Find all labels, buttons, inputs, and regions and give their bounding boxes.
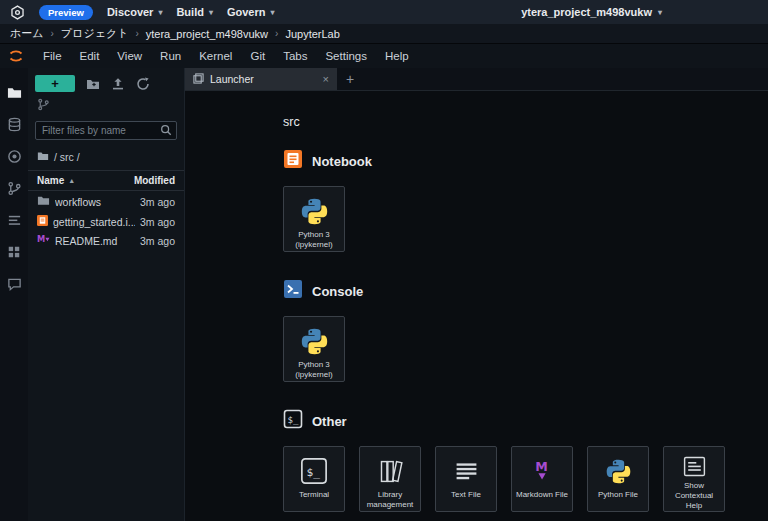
menu-view[interactable]: View — [108, 50, 151, 62]
menu-kernel[interactable]: Kernel — [190, 50, 241, 62]
file-row-readme[interactable]: M README.md 3m ago — [28, 231, 184, 250]
breadcrumb-project-name[interactable]: ytera_project_m498vukw — [146, 28, 268, 40]
tab-bar: Launcher × + — [185, 68, 768, 91]
breadcrumb-separator: › — [275, 28, 278, 39]
git-branch-icon[interactable] — [37, 98, 50, 113]
jupyter-menubar: File Edit View Run Kernel Git Tabs Setti… — [0, 44, 768, 68]
menu-file[interactable]: File — [34, 50, 71, 62]
app-window: Preview Discover ▾ Build ▾ Govern ▾ yter… — [0, 0, 768, 521]
extensions-icon[interactable] — [0, 236, 28, 268]
section-title: Notebook — [312, 154, 372, 169]
running-kernels-icon[interactable] — [0, 140, 28, 172]
home-folder-icon — [37, 150, 49, 164]
breadcrumb-separator: › — [135, 28, 138, 39]
section-title: Other — [312, 414, 347, 429]
console-section-icon — [283, 279, 303, 303]
launcher-card-text-file[interactable]: Text File — [435, 446, 497, 512]
close-icon[interactable]: × — [323, 73, 329, 85]
new-folder-icon[interactable] — [86, 77, 100, 91]
notebook-file-icon — [37, 215, 48, 228]
file-browser-panel: + — [28, 68, 185, 521]
chevron-down-icon: ▾ — [658, 8, 662, 17]
breadcrumb-projects[interactable]: プロジェクト — [61, 26, 129, 41]
chevron-down-icon: ▾ — [209, 8, 213, 17]
python-logo-icon — [300, 193, 329, 229]
markdown-file-icon: M — [37, 234, 50, 247]
preview-badge[interactable]: Preview — [39, 5, 93, 20]
text-file-icon — [453, 453, 480, 489]
svg-text:M: M — [535, 458, 548, 473]
notebook-section-icon — [283, 149, 303, 173]
jupyter-logo-icon — [8, 48, 24, 64]
launcher-tab-icon — [193, 73, 204, 86]
launcher-section-console: Console Python 3 (ipykernel) — [283, 279, 768, 382]
library-icon — [377, 453, 404, 489]
launcher-card-contextual-help[interactable]: Show Contextual Help — [663, 446, 725, 512]
project-selector[interactable]: ytera_project_m498vukw ▾ — [521, 6, 662, 18]
file-row-workflows[interactable]: workflows 3m ago — [28, 191, 184, 212]
chevron-down-icon: ▾ — [270, 8, 274, 17]
menu-help[interactable]: Help — [376, 50, 418, 62]
file-browser-icon[interactable] — [0, 76, 28, 108]
section-title: Console — [312, 284, 363, 299]
new-tab-button[interactable]: + — [337, 68, 363, 90]
folder-icon — [37, 194, 50, 209]
new-launcher-button[interactable]: + — [35, 75, 75, 92]
comments-icon[interactable] — [0, 268, 28, 300]
menu-discover[interactable]: Discover ▾ — [107, 6, 163, 18]
column-modified-header[interactable]: Modified — [134, 175, 175, 186]
terminal-icon: $_ — [300, 453, 328, 489]
upload-icon[interactable] — [111, 77, 125, 91]
refresh-icon[interactable] — [136, 77, 150, 91]
terminal-section-icon: $_ — [283, 409, 303, 433]
launcher-section-notebook: Notebook Python 3 (ipykernel) — [283, 149, 768, 252]
launcher-card-library-management[interactable]: Library management — [359, 446, 421, 512]
launcher-current-directory: src — [283, 115, 768, 129]
launcher-card-notebook-python3[interactable]: Python 3 (ipykernel) — [283, 186, 345, 252]
sort-ascending-icon: ▲ — [68, 177, 75, 184]
launcher-card-console-python3[interactable]: Python 3 (ipykernel) — [283, 316, 345, 382]
git-status-row — [28, 95, 184, 119]
svg-text:$_: $_ — [288, 415, 299, 425]
breadcrumb: ホーム › プロジェクト › ytera_project_m498vukw › … — [0, 24, 768, 44]
launcher-card-terminal[interactable]: $_ Terminal — [283, 446, 345, 512]
git-icon[interactable] — [0, 172, 28, 204]
chevron-down-icon: ▾ — [158, 8, 162, 17]
breadcrumb-jupyterlab: JupyterLab — [285, 28, 339, 40]
menu-build[interactable]: Build ▾ — [176, 6, 213, 18]
svg-text:$_: $_ — [307, 466, 321, 479]
python-logo-icon — [605, 453, 632, 489]
markdown-icon: M — [529, 453, 556, 489]
contextual-help-icon — [681, 453, 708, 480]
column-name-header[interactable]: Name ▲ — [37, 175, 134, 186]
menu-govern[interactable]: Govern ▾ — [227, 6, 275, 18]
main-work-area: Launcher × + src Notebook — [185, 68, 768, 521]
launcher-panel: src Notebook Python 3 — [185, 91, 768, 521]
menu-edit[interactable]: Edit — [71, 50, 109, 62]
breadcrumb-separator: › — [51, 28, 54, 39]
platform-topbar: Preview Discover ▾ Build ▾ Govern ▾ yter… — [0, 0, 768, 24]
menu-git[interactable]: Git — [241, 50, 274, 62]
launcher-card-markdown-file[interactable]: M Markdown File — [511, 446, 573, 512]
breadcrumb-home[interactable]: ホーム — [10, 26, 44, 41]
tab-launcher[interactable]: Launcher × — [185, 68, 337, 90]
data-stack-icon[interactable] — [0, 108, 28, 140]
launcher-section-other: $_ Other $_ Terminal — [283, 409, 768, 512]
svg-text:M: M — [37, 234, 45, 244]
launcher-card-python-file[interactable]: Python File — [587, 446, 649, 512]
file-list-header: Name ▲ Modified — [28, 170, 184, 191]
filter-files-wrap — [35, 121, 177, 140]
filter-files-input[interactable] — [35, 121, 177, 140]
jupyterlab-body: + — [0, 68, 768, 521]
table-of-contents-icon[interactable] — [0, 204, 28, 236]
menu-settings[interactable]: Settings — [316, 50, 376, 62]
file-path-breadcrumb[interactable]: / src / — [28, 148, 184, 170]
left-activity-bar — [0, 68, 28, 521]
menu-run[interactable]: Run — [151, 50, 190, 62]
file-browser-toolbar: + — [28, 68, 184, 95]
file-row-getting-started[interactable]: getting_started.i... 3m ago — [28, 212, 184, 231]
platform-logo-icon — [10, 5, 25, 20]
menu-tabs[interactable]: Tabs — [274, 50, 316, 62]
search-icon[interactable] — [160, 124, 172, 138]
python-logo-icon — [300, 323, 329, 359]
